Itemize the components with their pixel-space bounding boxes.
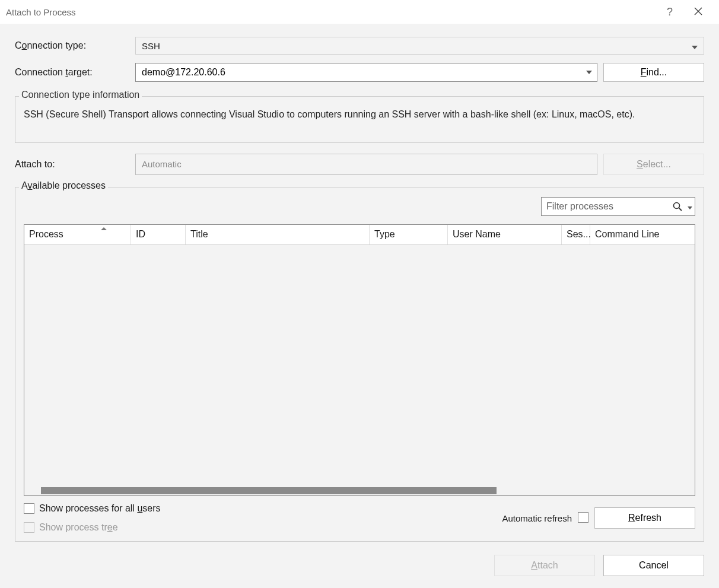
connection-type-info-text: SSH (Secure Shell) Transport allows conn… <box>24 107 695 122</box>
t: Show processes for all <box>39 503 137 513</box>
t: u <box>137 503 142 513</box>
show-all-users-label: Show processes for all users <box>39 503 161 514</box>
column-process[interactable]: Process <box>24 225 131 244</box>
refresh-button[interactable]: Refresh <box>594 507 695 529</box>
close-icon[interactable] <box>683 6 713 18</box>
column-command-line[interactable]: Command Line <box>590 225 695 244</box>
connection-type-dropdown[interactable]: SSH <box>135 37 704 55</box>
connection-target-input[interactable] <box>136 67 580 78</box>
t: efresh <box>635 513 661 523</box>
column-id[interactable]: ID <box>131 225 186 244</box>
filter-input[interactable] <box>542 201 670 212</box>
filter-dropdown-button[interactable] <box>685 201 695 211</box>
connection-type-label: Connection type: <box>15 40 135 51</box>
titlebar: Attach to Process ? <box>0 0 719 24</box>
attach-to-row: Attach to: Automatic Select... <box>15 154 704 175</box>
table-body-empty <box>24 245 695 486</box>
col-label: Process <box>29 229 63 240</box>
refresh-group: Automatic refresh Refresh <box>502 507 695 529</box>
connection-target-combo[interactable] <box>135 63 597 82</box>
connection-target-dropdown-button[interactable] <box>580 63 597 81</box>
show-all-users-check[interactable]: Show processes for all users <box>24 503 161 514</box>
t: elect... <box>643 159 671 169</box>
show-process-tree-check: Show process tree <box>24 522 161 533</box>
filter-box[interactable] <box>541 197 695 216</box>
attach-to-label: Attach to: <box>15 159 135 170</box>
t: e <box>107 522 113 532</box>
column-type[interactable]: Type <box>370 225 448 244</box>
connection-target-row: Connection target: Find... <box>15 63 704 82</box>
t: ttach <box>537 560 558 570</box>
t: ind... <box>647 67 667 77</box>
connection-target-label: Connection target: <box>15 67 135 78</box>
column-title[interactable]: Title <box>186 225 370 244</box>
svg-line-3 <box>679 208 682 211</box>
column-session[interactable]: Ses... <box>562 225 590 244</box>
connection-type-row: Connection type: SSH <box>15 37 704 55</box>
attach-to-process-dialog: Attach to Process ? Connection type: SSH… <box>0 0 719 588</box>
chevron-down-icon <box>692 41 698 51</box>
show-process-tree-label: Show process tree <box>39 522 118 533</box>
filter-row <box>24 197 695 216</box>
window-title: Attach to Process <box>6 7 656 17</box>
t: Connection <box>15 67 65 77</box>
t: R <box>628 513 635 523</box>
t: nnection type: <box>27 40 86 50</box>
help-icon[interactable]: ? <box>656 6 683 18</box>
chevron-down-icon <box>586 71 592 74</box>
t: arget: <box>68 67 93 77</box>
chevron-down-icon <box>688 206 692 209</box>
cancel-button[interactable]: Cancel <box>603 555 704 576</box>
check-group: Show processes for all users Show proces… <box>24 503 161 533</box>
attach-to-value: Automatic <box>142 159 182 169</box>
t: ailable processes <box>32 180 106 190</box>
attach-button: Attach <box>494 555 595 576</box>
show-all-users-checkbox[interactable] <box>24 503 34 514</box>
show-process-tree-checkbox <box>24 522 34 533</box>
t: S <box>637 159 643 169</box>
svg-point-2 <box>673 203 679 209</box>
connection-type-info-group: Connection type information SSH (Secure … <box>15 96 704 143</box>
table-header: Process ID Title Type User Name Ses... C… <box>24 225 695 245</box>
search-icon[interactable] <box>670 201 685 212</box>
t: A <box>531 560 537 570</box>
connection-type-value: SSH <box>142 41 160 51</box>
connection-type-info-legend: Connection type information <box>19 90 142 100</box>
attach-to-field: Automatic <box>135 154 597 175</box>
column-user-name[interactable]: User Name <box>448 225 562 244</box>
below-table-row: Show processes for all users Show proces… <box>24 503 695 533</box>
t: A <box>21 180 27 190</box>
t: sers <box>142 503 160 513</box>
horizontal-scrollbar[interactable] <box>24 486 695 495</box>
scroll-thumb[interactable] <box>41 487 497 494</box>
dialog-footer: Attach Cancel <box>15 542 704 576</box>
sort-ascending-icon <box>101 227 107 230</box>
available-processes-group: Available processes Process ID Title Typ… <box>15 187 704 542</box>
t: C <box>15 40 22 50</box>
dialog-body: Connection type: SSH Connection target: … <box>0 24 719 588</box>
t: Show process tr <box>39 522 107 532</box>
automatic-refresh-checkbox[interactable] <box>578 512 588 523</box>
automatic-refresh-label: Automatic refresh <box>502 513 572 523</box>
process-table[interactable]: Process ID Title Type User Name Ses... C… <box>24 224 695 496</box>
select-button: Select... <box>603 154 704 175</box>
find-button[interactable]: Find... <box>603 63 704 82</box>
automatic-refresh-check[interactable] <box>578 512 588 525</box>
available-processes-legend: Available processes <box>19 180 108 191</box>
t: F <box>641 67 647 77</box>
t: e <box>113 522 118 532</box>
